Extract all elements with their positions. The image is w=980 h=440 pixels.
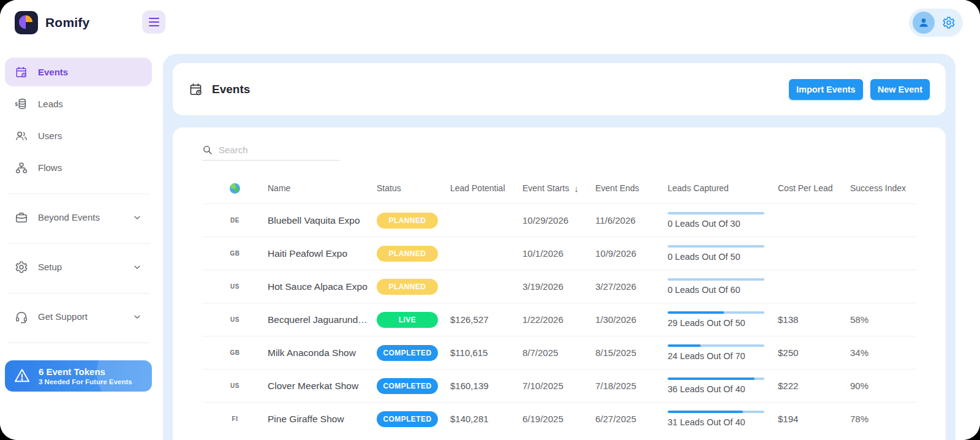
sidebar-section-label: Beyond Events bbox=[38, 212, 100, 222]
table-row[interactable]: GBMilk Anaconda ShowCOMPLETED$110,6158/7… bbox=[202, 336, 916, 369]
sidebar-item-events[interactable]: Events bbox=[5, 58, 152, 86]
leads-captured-cell: 36 Leads Out Of 40 bbox=[668, 377, 778, 394]
sidebar-section-get-support[interactable]: Get Support bbox=[5, 302, 152, 331]
sidebar-section-beyond-events[interactable]: Beyond Events bbox=[5, 203, 152, 232]
success-index: 58% bbox=[850, 314, 916, 325]
status-badge: PLANNED bbox=[377, 246, 438, 262]
sidebar-section-setup[interactable]: Setup bbox=[5, 252, 152, 281]
divider bbox=[7, 293, 149, 294]
event-name: Haiti Peafowl Expo bbox=[268, 248, 377, 259]
leads-progress-bar bbox=[668, 411, 764, 413]
leads-captured-text: 0 Leads Out Of 30 bbox=[668, 219, 764, 229]
column-header-name[interactable]: Name bbox=[268, 183, 377, 193]
column-label: Lead Potential bbox=[450, 183, 505, 193]
status-badge: LIVE bbox=[377, 312, 438, 328]
column-label: Status bbox=[377, 183, 401, 193]
sort-desc-arrow-icon: ↓ bbox=[574, 183, 579, 194]
column-header-cost_per_lead[interactable]: Cost Per Lead bbox=[778, 183, 850, 193]
column-header-success_index[interactable]: Success Index bbox=[850, 183, 916, 193]
search-input[interactable] bbox=[219, 145, 339, 155]
table-row[interactable]: FIPine Giraffe ShowCOMPLETED$140,2816/19… bbox=[202, 402, 916, 435]
status-cell: COMPLETED bbox=[377, 345, 450, 361]
column-header-lead_potential[interactable]: Lead Potential bbox=[450, 183, 522, 193]
status-badge: COMPLETED bbox=[377, 378, 438, 394]
cost-per-lead: $222 bbox=[778, 381, 850, 391]
column-label: Leads Captured bbox=[668, 183, 729, 193]
lead-potential: $110,615 bbox=[450, 347, 522, 358]
table-row[interactable]: USHot Sauce Alpaca ExpoPLANNED3/19/20263… bbox=[202, 270, 916, 303]
column-label: Event Starts bbox=[522, 183, 569, 193]
import-events-button[interactable]: Import Events bbox=[789, 79, 863, 100]
event-starts: 7/10/2025 bbox=[522, 381, 595, 391]
leads-captured-cell: 0 Leads Out Of 50 bbox=[668, 245, 778, 262]
topbar: Romify bbox=[0, 0, 980, 54]
lead-potential: $140,281 bbox=[450, 414, 522, 424]
column-header-country[interactable] bbox=[202, 183, 268, 194]
status-cell: PLANNED bbox=[377, 213, 450, 229]
leads-progress-bar bbox=[668, 245, 764, 248]
leads-captured-text: 29 Leads Out Of 50 bbox=[668, 318, 764, 328]
warning-triangle-icon bbox=[13, 367, 31, 384]
divider bbox=[7, 343, 149, 343]
event-starts: 1/22/2026 bbox=[522, 314, 595, 325]
leads-progress-bar bbox=[668, 278, 764, 281]
leads-captured-text: 0 Leads Out Of 50 bbox=[668, 252, 764, 262]
event-ends: 1/30/2026 bbox=[595, 314, 668, 325]
sidebar-item-label: Leads bbox=[38, 99, 63, 109]
event-starts: 10/1/2026 bbox=[522, 248, 595, 259]
avatar-person-icon[interactable] bbox=[913, 12, 935, 34]
event-starts: 8/7/2025 bbox=[522, 347, 595, 358]
events-table-card: NameStatusLead PotentialEvent Starts↓Eve… bbox=[173, 127, 946, 440]
chevron-down-icon bbox=[132, 262, 142, 272]
column-label: Success Index bbox=[850, 183, 906, 193]
globe-icon bbox=[230, 183, 240, 194]
event-tokens-badge[interactable]: 6 Event Tokens 3 Needed For Future Event… bbox=[5, 360, 152, 392]
event-name: Clover Meerkat Show bbox=[268, 381, 377, 392]
status-cell: LIVE bbox=[377, 312, 450, 328]
new-event-button[interactable]: New Event bbox=[870, 79, 930, 100]
table-body: DEBluebell Vaquita ExpoPLANNED10/29/2026… bbox=[202, 203, 916, 435]
event-name: Milk Anaconda Show bbox=[268, 347, 377, 358]
headset-icon bbox=[15, 310, 28, 324]
lead-potential: $160,139 bbox=[450, 381, 522, 391]
leads-database-icon: $ bbox=[15, 97, 28, 111]
table-row[interactable]: GBHaiti Peafowl ExpoPLANNED10/1/202610/9… bbox=[202, 237, 916, 270]
status-badge: PLANNED bbox=[377, 279, 438, 295]
column-label: Event Ends bbox=[595, 183, 639, 193]
calendar-clock-icon bbox=[189, 82, 203, 97]
romify-logo-icon bbox=[15, 11, 38, 34]
table-row[interactable]: USBecquerel Jaguarundi ...LIVE$126,5271/… bbox=[202, 303, 916, 336]
search-field bbox=[202, 145, 339, 161]
sidebar: Events$LeadsUsersFlows Beyond Events Set… bbox=[0, 54, 163, 440]
leads-captured-text: 0 Leads Out Of 60 bbox=[668, 285, 764, 295]
column-header-status[interactable]: Status bbox=[377, 183, 450, 193]
success-index: 78% bbox=[850, 414, 916, 424]
table-header-row: NameStatusLead PotentialEvent Starts↓Eve… bbox=[202, 173, 916, 203]
app-window: Romify Events$LeadsUsersFlows Beyond Eve… bbox=[0, 0, 980, 440]
cost-per-lead: $250 bbox=[778, 347, 850, 358]
leads-captured-text: 36 Leads Out Of 40 bbox=[668, 384, 764, 394]
leads-captured-text: 31 Leads Out Of 40 bbox=[668, 417, 764, 427]
status-badge: PLANNED bbox=[377, 213, 438, 229]
svg-text:$: $ bbox=[15, 101, 18, 107]
chevron-down-icon bbox=[132, 213, 142, 222]
sidebar-item-users[interactable]: Users bbox=[5, 121, 152, 150]
column-header-event_starts[interactable]: Event Starts↓ bbox=[522, 183, 595, 194]
status-badge: COMPLETED bbox=[377, 345, 438, 361]
page-title: Events bbox=[212, 83, 250, 96]
event-name: Pine Giraffe Show bbox=[268, 414, 377, 425]
table-row[interactable]: USClover Meerkat ShowCOMPLETED$160,1397/… bbox=[202, 369, 916, 402]
sidebar-section-label: Setup bbox=[38, 262, 62, 272]
table-row[interactable]: DEBluebell Vaquita ExpoPLANNED10/29/2026… bbox=[202, 203, 916, 237]
column-header-event_ends[interactable]: Event Ends bbox=[595, 183, 668, 193]
hamburger-menu-button[interactable] bbox=[142, 10, 165, 34]
brand-name: Romify bbox=[45, 15, 89, 30]
leads-progress-bar bbox=[668, 212, 764, 214]
column-header-leads_captured[interactable]: Leads Captured bbox=[668, 183, 778, 193]
sidebar-item-flows[interactable]: Flows bbox=[5, 153, 152, 182]
settings-gear-icon[interactable] bbox=[942, 16, 956, 29]
gear-icon bbox=[15, 260, 28, 274]
briefcase-icon bbox=[15, 211, 28, 224]
tokens-subtitle: 3 Needed For Future Events bbox=[39, 378, 132, 385]
sidebar-item-leads[interactable]: $Leads bbox=[5, 89, 152, 118]
